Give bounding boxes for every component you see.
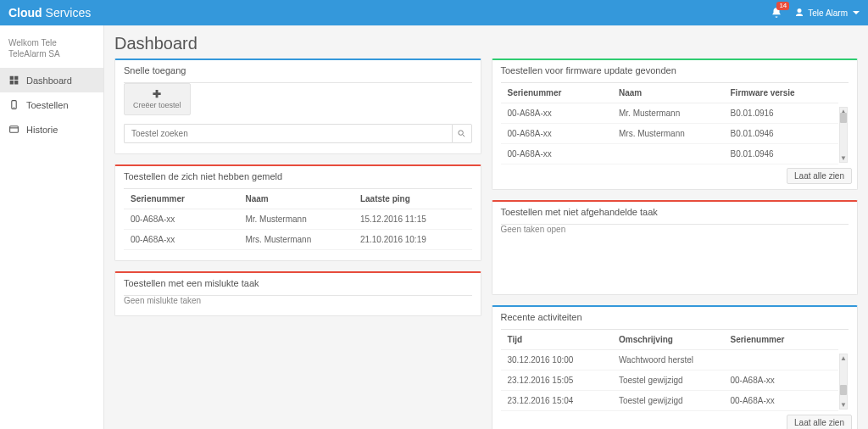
col-time: Tijd	[501, 330, 613, 350]
svg-line-5	[463, 135, 465, 136]
cell-desc: Wachtwoord herstel	[612, 350, 724, 370]
svg-rect-2	[10, 126, 19, 133]
cell-serial: 00-A68A-xx	[124, 230, 238, 250]
notifications-button[interactable]: 14	[771, 7, 782, 19]
plus-icon: ✚	[153, 89, 161, 99]
scroll-down-icon[interactable]: ▼	[840, 154, 847, 162]
table-row[interactable]: 23.12.2016 15:05 Toestel gewijzigd 00-A6…	[501, 370, 839, 391]
cell-serial: 00-A68A-xx	[724, 391, 839, 411]
user-label: Tele Alarm	[808, 8, 848, 18]
welcome-block: Welkom Tele TeleAlarm SA	[0, 32, 103, 68]
device-icon	[8, 99, 19, 110]
cell-version: B0.01.0946	[724, 124, 839, 144]
cell-serial: 00-A68A-xx	[501, 124, 613, 144]
cell-name	[612, 144, 724, 164]
panel-title: Toestellen met een mislukte taak	[115, 273, 481, 295]
scroll-thumb[interactable]	[840, 113, 847, 123]
welcome-line1: Welkom Tele	[8, 37, 95, 48]
cell-time: 30.12.2016 10:00	[501, 350, 613, 370]
recent-table: Tijd Omschrijving Serienummer 30.12.2016…	[501, 330, 839, 411]
panel-title: Snelle toegang	[115, 60, 481, 82]
col-serial: Serienummer	[501, 83, 613, 103]
sidebar: Welkom Tele TeleAlarm SA Dashboard Toest…	[0, 25, 104, 429]
sidebar-item-label: Dashboard	[26, 75, 72, 86]
col-serial: Serienummer	[124, 189, 238, 209]
scroll-down-icon[interactable]: ▼	[840, 401, 847, 409]
table-row[interactable]: 00-A68A-xx Mr. Mustermann B0.01.0916	[501, 103, 839, 124]
table-row[interactable]: 00-A68A-xx Mrs. Mustermann 21.10.2016 10…	[124, 230, 472, 250]
cell-ping: 21.10.2016 10:19	[353, 230, 472, 250]
col-desc: Omschrijving	[612, 330, 724, 350]
cell-time: 23.12.2016 15:04	[501, 391, 613, 411]
col-version: Firmware versie	[724, 83, 839, 103]
panel-title: Toestellen voor firmware update gevonden	[492, 60, 858, 82]
search-icon	[457, 129, 466, 138]
scroll-up-icon[interactable]: ▲	[840, 354, 847, 362]
show-all-button[interactable]: Laat alle zien	[787, 415, 852, 429]
panel-quick-access: Snelle toegang ✚ Creëer toestel	[114, 58, 481, 154]
not-reported-table: Serienummer Naam Laatste ping 00-A68A-xx…	[124, 189, 472, 250]
cell-version: B0.01.0916	[724, 103, 839, 124]
cell-name: Mrs. Mustermann	[238, 230, 353, 250]
empty-message: Geen taken open	[501, 225, 849, 234]
cell-desc: Toestel gewijzigd	[612, 370, 724, 391]
table-row[interactable]: 00-A68A-xx Mr. Mustermann 15.12.2016 11:…	[124, 209, 472, 230]
cell-name: Mrs. Mustermann	[612, 124, 724, 144]
create-device-label: Creëer toestel	[133, 101, 181, 109]
col-ping: Laatste ping	[353, 189, 472, 209]
panel-title: Toestellen met niet afgehandelde taak	[492, 202, 858, 224]
panel-not-reported: Toestellen de zich niet hebben gemeld Se…	[114, 164, 481, 261]
sidebar-item-historie[interactable]: Historie	[0, 117, 103, 142]
table-row[interactable]: 00-A68A-xx Mrs. Mustermann B0.01.0946	[501, 124, 839, 144]
user-icon	[794, 8, 804, 18]
user-menu[interactable]: Tele Alarm	[794, 8, 860, 18]
sidebar-item-label: Toestellen	[26, 100, 69, 110]
cell-name: Mr. Mustermann	[612, 103, 724, 124]
welcome-line2: TeleAlarm SA	[8, 48, 95, 59]
dashboard-icon	[8, 75, 19, 86]
caret-down-icon	[853, 11, 860, 14]
empty-message: Geen mislukte taken	[124, 296, 472, 305]
cell-serial: 00-A68A-xx	[501, 103, 613, 124]
page-title: Dashboard	[114, 34, 858, 53]
create-device-button[interactable]: ✚ Creëer toestel	[124, 83, 191, 115]
cell-serial: 00-A68A-xx	[501, 144, 613, 164]
notification-badge: 14	[776, 2, 789, 10]
col-name: Naam	[238, 189, 353, 209]
cell-time: 23.12.2016 15:05	[501, 370, 613, 391]
svg-point-4	[459, 131, 464, 136]
firmware-table: Serienummer Naam Firmware versie 00-A68A…	[501, 83, 839, 164]
cell-serial: 00-A68A-xx	[124, 209, 238, 230]
panel-failed-tasks: Toestellen met een mislukte taak Geen mi…	[114, 271, 481, 316]
cell-serial: 00-A68A-xx	[724, 370, 839, 391]
scrollbar[interactable]: ▲ ▼	[839, 354, 848, 410]
brand-light: Services	[46, 6, 92, 20]
cell-version: B0.01.0946	[724, 144, 839, 164]
history-icon	[8, 124, 19, 135]
brand: Cloud Services	[8, 6, 91, 20]
search-button[interactable]	[452, 124, 472, 143]
cell-desc: Toestel gewijzigd	[612, 391, 724, 411]
scrollbar[interactable]: ▲ ▼	[839, 107, 848, 163]
brand-bold: Cloud	[8, 6, 42, 20]
cell-ping: 15.12.2016 11:15	[353, 209, 472, 230]
sidebar-item-toestellen[interactable]: Toestellen	[0, 92, 103, 117]
panel-recent-activity: Recente activiteiten Tijd Omschrijving S…	[492, 305, 859, 429]
top-bar: Cloud Services 14 Tele Alarm	[0, 0, 868, 25]
panel-title: Toestellen de zich niet hebben gemeld	[115, 166, 481, 188]
panel-title: Recente activiteiten	[492, 307, 858, 329]
scroll-thumb[interactable]	[840, 385, 847, 395]
table-row[interactable]: 23.12.2016 15:04 Toestel gewijzigd 00-A6…	[501, 391, 839, 411]
show-all-button[interactable]: Laat alle zien	[787, 168, 852, 184]
table-row[interactable]: 00-A68A-xx B0.01.0946	[501, 144, 839, 164]
cell-name: Mr. Mustermann	[238, 209, 353, 230]
col-name: Naam	[612, 83, 724, 103]
sidebar-item-dashboard[interactable]: Dashboard	[0, 68, 103, 92]
col-serial: Serienummer	[724, 330, 839, 350]
cell-serial	[724, 350, 839, 370]
sidebar-item-label: Historie	[26, 125, 58, 135]
panel-pending-tasks: Toestellen met niet afgehandelde taak Ge…	[492, 200, 859, 295]
search-input[interactable]	[124, 124, 452, 143]
table-row[interactable]: 30.12.2016 10:00 Wachtwoord herstel	[501, 350, 839, 370]
panel-firmware-updates: Toestellen voor firmware update gevonden…	[492, 58, 859, 190]
